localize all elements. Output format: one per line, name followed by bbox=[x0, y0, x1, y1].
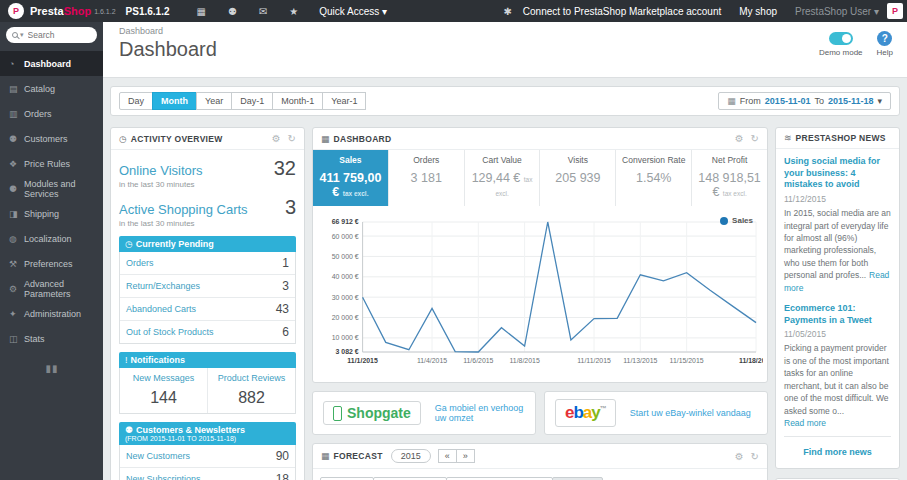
kpi-row: Sales411 759,00 € tax excl. Orders3 181 … bbox=[313, 150, 767, 206]
online-visitors-link[interactable]: Online Visitors bbox=[119, 163, 203, 178]
forecast-title: FORECAST bbox=[334, 451, 383, 461]
new-customers-row[interactable]: New Customers90 bbox=[120, 445, 295, 467]
sidebar-item-localization[interactable]: ◍Localization bbox=[0, 226, 103, 251]
kpi-cart-value[interactable]: Cart Value129,44 € tax excl. bbox=[465, 150, 541, 206]
read-more-link[interactable]: Read more bbox=[784, 418, 826, 428]
range-month-1-button[interactable]: Month-1 bbox=[272, 92, 323, 110]
gear-icon[interactable]: ⚙ bbox=[272, 133, 281, 144]
sidebar-item-label: Dashboard bbox=[24, 59, 71, 69]
svg-text:10 000 €: 10 000 € bbox=[332, 334, 359, 341]
forecast-year[interactable]: 2015 bbox=[391, 449, 431, 463]
mail-icon[interactable]: ✉ bbox=[259, 6, 267, 17]
range-month-button[interactable]: Month bbox=[152, 92, 197, 110]
news-item-title[interactable]: Using social media for your business: 4 … bbox=[784, 156, 891, 191]
sidebar-item-administration[interactable]: ✦Administration bbox=[0, 301, 103, 326]
sidebar-item-advanced-parameters[interactable]: ⚙Advanced Parameters bbox=[0, 276, 103, 301]
gauge-icon: ◔ bbox=[9, 59, 24, 69]
kpi-visits[interactable]: Visits205 939 bbox=[540, 150, 616, 206]
gear-icon[interactable]: ⚙ bbox=[735, 451, 744, 462]
currently-pending-title: Currently Pending bbox=[136, 239, 214, 249]
sidebar-item-dashboard[interactable]: ◔Dashboard bbox=[0, 51, 103, 76]
sidebar-item-price-rules[interactable]: ❖Price Rules bbox=[0, 151, 103, 176]
prestashop-logo-icon: P bbox=[8, 3, 24, 19]
brand-presta: Presta bbox=[30, 5, 64, 17]
range-year-1-button[interactable]: Year-1 bbox=[322, 92, 366, 110]
svg-text:66 912 €: 66 912 € bbox=[332, 218, 359, 225]
truck-icon: ◨ bbox=[9, 209, 24, 219]
trophy-icon[interactable]: ★ bbox=[289, 6, 298, 17]
product-reviews-cell[interactable]: Product Reviews882 bbox=[207, 368, 295, 413]
sidebar-item-label: Price Rules bbox=[24, 159, 70, 169]
refresh-icon[interactable]: ↻ bbox=[751, 451, 759, 462]
user-avatar[interactable]: P bbox=[887, 3, 903, 19]
sidebar-item-label: Modules and Services bbox=[24, 179, 103, 199]
news-item-excerpt: Picking a payment provider is one of the… bbox=[784, 343, 889, 415]
range-year-button[interactable]: Year bbox=[196, 92, 232, 110]
search-input[interactable] bbox=[28, 30, 91, 40]
sidebar-item-customers[interactable]: ⚉Customers bbox=[0, 126, 103, 151]
globe-icon: ◍ bbox=[9, 234, 24, 244]
ebay-link[interactable]: Start uw eBay-winkel vandaag bbox=[630, 408, 751, 418]
sidebar-item-stats[interactable]: ◫Stats bbox=[0, 326, 103, 351]
kpi-conversion-rate[interactable]: Conversion Rate1.54% bbox=[616, 150, 692, 206]
pending-returns-row[interactable]: Return/Exchanges3 bbox=[120, 274, 295, 297]
sidebar-search[interactable]: ▾ bbox=[6, 27, 97, 43]
prestashop-news-panel: ≋ PRESTASHOP NEWS Using social media for… bbox=[775, 127, 900, 469]
collapse-menu-icon[interactable]: ▮▮ bbox=[46, 363, 58, 374]
sidebar-item-modules[interactable]: ⚈Modules and Services bbox=[0, 176, 103, 201]
kpi-net-profit[interactable]: Net Profit148 918,51 € tax excl. bbox=[692, 150, 767, 206]
range-day-button[interactable]: Day bbox=[119, 92, 153, 110]
search-icon bbox=[12, 32, 18, 38]
find-more-news-link[interactable]: Find more news bbox=[784, 445, 891, 461]
out-of-stock-row[interactable]: Out of Stock Products6 bbox=[120, 320, 295, 343]
user-menu[interactable]: PrestaShop User ▾ bbox=[795, 6, 879, 17]
kpi-value: 3 181 bbox=[411, 171, 442, 185]
breadcrumb[interactable]: Dashboard bbox=[103, 22, 907, 36]
help-icon[interactable]: ? bbox=[877, 31, 892, 46]
gear-icon[interactable]: ⚙ bbox=[735, 133, 744, 144]
to-label: To bbox=[814, 96, 824, 106]
kpi-label: Orders bbox=[391, 155, 462, 165]
range-day-1-button[interactable]: Day-1 bbox=[231, 92, 273, 110]
sidebar-item-shipping[interactable]: ◨Shipping bbox=[0, 201, 103, 226]
sidebar-item-label: Shipping bbox=[24, 209, 59, 219]
search-caret-icon[interactable]: ▾ bbox=[20, 31, 24, 39]
marketplace-connect-link[interactable]: Connect to PrestaShop Marketplace accoun… bbox=[523, 6, 721, 17]
active-carts-link[interactable]: Active Shopping Carts bbox=[119, 202, 248, 217]
date-range-picker[interactable]: ▦ From 2015-11-01 To 2015-11-18 ▾ bbox=[718, 92, 891, 110]
row-value: 43 bbox=[276, 302, 289, 316]
news-item-title[interactable]: Ecommerce 101: Payments in a Tweet bbox=[784, 303, 891, 326]
forecast-next-button[interactable]: » bbox=[456, 449, 475, 463]
svg-text:11/8/2015: 11/8/2015 bbox=[509, 357, 539, 364]
customer-icon[interactable]: ⚉ bbox=[228, 6, 237, 17]
kpi-label: Cart Value bbox=[467, 155, 538, 165]
forecast-panel: ▦ FORECAST 2015 « » ⚙↻ Traffic Conversio… bbox=[312, 443, 768, 480]
new-messages-cell[interactable]: New Messages144 bbox=[120, 368, 207, 413]
pending-orders-row[interactable]: Orders1 bbox=[120, 252, 295, 274]
my-shop-link[interactable]: My shop bbox=[739, 6, 777, 17]
kpi-value: 205 939 bbox=[555, 171, 600, 185]
row-value: 3 bbox=[282, 279, 289, 293]
abandoned-carts-row[interactable]: Abandoned Carts43 bbox=[120, 297, 295, 320]
refresh-icon[interactable]: ↻ bbox=[288, 133, 296, 144]
new-subscriptions-row[interactable]: New Subscriptions18 bbox=[120, 467, 295, 480]
kpi-orders[interactable]: Orders3 181 bbox=[389, 150, 465, 206]
svg-text:50 000 €: 50 000 € bbox=[332, 253, 359, 260]
sidebar-item-preferences[interactable]: ⚒Preferences bbox=[0, 251, 103, 276]
shopgate-link[interactable]: Ga mobiel en verhoog uw omzet bbox=[435, 403, 525, 423]
forecast-prev-button[interactable]: « bbox=[438, 449, 457, 463]
demo-mode-toggle[interactable] bbox=[829, 32, 853, 45]
brand: PrestaShop bbox=[30, 5, 91, 17]
help-label: Help bbox=[877, 48, 893, 57]
news-item: Using social media for your business: 4 … bbox=[784, 156, 891, 293]
quick-access-menu[interactable]: Quick Access ▾ bbox=[319, 6, 387, 17]
date-toolbar: Day Month Year Day-1 Month-1 Year-1 ▦ Fr… bbox=[110, 86, 900, 116]
notifications-cells: New Messages144 Product Reviews882 bbox=[119, 368, 296, 414]
sidebar-item-catalog[interactable]: ▤Catalog bbox=[0, 76, 103, 101]
sidebar-item-orders[interactable]: ▥Orders bbox=[0, 101, 103, 126]
refresh-icon[interactable]: ↻ bbox=[751, 133, 759, 144]
news-panel-title: PRESTASHOP NEWS bbox=[796, 133, 886, 143]
kpi-sales[interactable]: Sales411 759,00 € tax excl. bbox=[313, 150, 389, 206]
kpi-suffix: tax excl. bbox=[723, 190, 747, 197]
cart-icon[interactable]: ▦ bbox=[196, 6, 205, 17]
